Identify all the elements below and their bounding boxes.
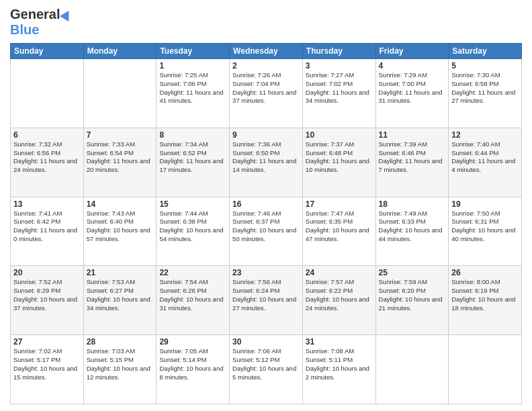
logo-triangle-icon	[60, 7, 74, 21]
calendar-cell: 9Sunrise: 7:36 AM Sunset: 6:50 PM Daylig…	[230, 128, 303, 197]
column-header-friday: Friday	[375, 44, 449, 59]
day-number: 25	[379, 268, 446, 277]
day-number: 3	[306, 61, 373, 71]
day-info: Sunrise: 7:33 AM Sunset: 6:54 PM Dayligh…	[87, 140, 154, 175]
calendar-cell: 31Sunrise: 7:08 AM Sunset: 5:11 PM Dayli…	[302, 335, 375, 404]
day-number: 22	[159, 268, 226, 277]
day-number: 31	[306, 337, 373, 347]
page: General Blue SundayMondayTuesdayWednesda…	[0, 0, 532, 411]
column-header-tuesday: Tuesday	[157, 44, 230, 59]
column-header-saturday: Saturday	[449, 44, 522, 59]
day-info: Sunrise: 7:03 AM Sunset: 5:15 PM Dayligh…	[87, 347, 154, 381]
day-info: Sunrise: 7:44 AM Sunset: 6:38 PM Dayligh…	[159, 210, 226, 244]
day-info: Sunrise: 7:30 AM Sunset: 6:58 PM Dayligh…	[451, 71, 519, 105]
day-number: 27	[13, 337, 81, 347]
day-number: 7	[87, 130, 154, 140]
day-number: 28	[87, 337, 154, 347]
day-number: 19	[451, 199, 519, 209]
day-info: Sunrise: 7:50 AM Sunset: 6:31 PM Dayligh…	[451, 210, 519, 244]
day-info: Sunrise: 7:29 AM Sunset: 7:00 PM Dayligh…	[379, 71, 446, 105]
calendar-table: SundayMondayTuesdayWednesdayThursdayFrid…	[10, 43, 522, 404]
calendar-cell: 18Sunrise: 7:49 AM Sunset: 6:33 PM Dayli…	[375, 197, 449, 266]
calendar-cell: 14Sunrise: 7:43 AM Sunset: 6:40 PM Dayli…	[83, 197, 157, 266]
day-number: 16	[232, 199, 300, 209]
day-number: 30	[232, 337, 300, 347]
calendar-cell: 23Sunrise: 7:56 AM Sunset: 6:24 PM Dayli…	[230, 266, 303, 335]
logo: General Blue	[10, 7, 72, 38]
day-info: Sunrise: 7:39 AM Sunset: 6:46 PM Dayligh…	[379, 140, 446, 175]
day-number: 1	[159, 61, 226, 71]
header: General Blue	[10, 7, 522, 38]
calendar-cell	[11, 59, 84, 128]
calendar-cell: 11Sunrise: 7:39 AM Sunset: 6:46 PM Dayli…	[375, 128, 449, 197]
calendar-header-row: SundayMondayTuesdayWednesdayThursdayFrid…	[11, 44, 522, 59]
calendar-cell: 6Sunrise: 7:32 AM Sunset: 6:56 PM Daylig…	[11, 128, 84, 197]
day-number: 6	[13, 130, 81, 140]
calendar-cell: 27Sunrise: 7:02 AM Sunset: 5:17 PM Dayli…	[11, 335, 84, 404]
calendar-week-2: 6Sunrise: 7:32 AM Sunset: 6:56 PM Daylig…	[11, 128, 522, 197]
calendar-cell: 19Sunrise: 7:50 AM Sunset: 6:31 PM Dayli…	[449, 197, 522, 266]
calendar-cell: 5Sunrise: 7:30 AM Sunset: 6:58 PM Daylig…	[449, 59, 522, 128]
day-info: Sunrise: 7:34 AM Sunset: 6:52 PM Dayligh…	[159, 140, 226, 175]
calendar-cell: 28Sunrise: 7:03 AM Sunset: 5:15 PM Dayli…	[83, 335, 157, 404]
calendar-cell: 16Sunrise: 7:46 AM Sunset: 6:37 PM Dayli…	[230, 197, 303, 266]
calendar-cell: 22Sunrise: 7:54 AM Sunset: 6:26 PM Dayli…	[157, 266, 230, 335]
calendar-cell: 24Sunrise: 7:57 AM Sunset: 6:22 PM Dayli…	[302, 266, 375, 335]
day-info: Sunrise: 7:59 AM Sunset: 6:20 PM Dayligh…	[379, 278, 446, 312]
day-number: 17	[306, 199, 373, 209]
day-info: Sunrise: 8:00 AM Sunset: 6:19 PM Dayligh…	[451, 278, 519, 312]
calendar-week-5: 27Sunrise: 7:02 AM Sunset: 5:17 PM Dayli…	[11, 335, 522, 404]
calendar-cell: 7Sunrise: 7:33 AM Sunset: 6:54 PM Daylig…	[83, 128, 157, 197]
day-info: Sunrise: 7:37 AM Sunset: 6:48 PM Dayligh…	[306, 140, 373, 175]
calendar-week-1: 1Sunrise: 7:25 AM Sunset: 7:06 PM Daylig…	[11, 59, 522, 128]
day-number: 23	[232, 268, 300, 277]
column-header-wednesday: Wednesday	[230, 44, 303, 59]
day-info: Sunrise: 7:57 AM Sunset: 6:22 PM Dayligh…	[306, 278, 373, 312]
day-info: Sunrise: 7:40 AM Sunset: 6:44 PM Dayligh…	[451, 140, 519, 175]
column-header-sunday: Sunday	[11, 44, 84, 59]
calendar-cell	[375, 335, 449, 404]
day-info: Sunrise: 7:53 AM Sunset: 6:27 PM Dayligh…	[87, 278, 154, 312]
day-info: Sunrise: 7:26 AM Sunset: 7:04 PM Dayligh…	[232, 71, 300, 105]
day-info: Sunrise: 7:46 AM Sunset: 6:37 PM Dayligh…	[232, 210, 300, 244]
day-number: 4	[379, 61, 446, 71]
day-info: Sunrise: 7:25 AM Sunset: 7:06 PM Dayligh…	[159, 71, 226, 105]
day-number: 15	[159, 199, 226, 209]
day-number: 12	[451, 130, 519, 140]
day-number: 5	[451, 61, 519, 71]
calendar-cell: 13Sunrise: 7:41 AM Sunset: 6:42 PM Dayli…	[11, 197, 84, 266]
day-number: 20	[13, 268, 81, 277]
day-info: Sunrise: 7:43 AM Sunset: 6:40 PM Dayligh…	[87, 210, 154, 244]
logo-general: General	[10, 7, 60, 22]
day-number: 2	[232, 61, 300, 71]
calendar-cell: 25Sunrise: 7:59 AM Sunset: 6:20 PM Dayli…	[375, 266, 449, 335]
day-number: 29	[159, 337, 226, 347]
day-number: 9	[232, 130, 300, 140]
calendar-week-3: 13Sunrise: 7:41 AM Sunset: 6:42 PM Dayli…	[11, 197, 522, 266]
calendar-cell: 21Sunrise: 7:53 AM Sunset: 6:27 PM Dayli…	[83, 266, 157, 335]
calendar-cell: 15Sunrise: 7:44 AM Sunset: 6:38 PM Dayli…	[157, 197, 230, 266]
day-number: 21	[87, 268, 154, 277]
day-info: Sunrise: 7:05 AM Sunset: 5:14 PM Dayligh…	[159, 347, 226, 381]
day-info: Sunrise: 7:32 AM Sunset: 6:56 PM Dayligh…	[13, 140, 81, 175]
calendar-week-4: 20Sunrise: 7:52 AM Sunset: 6:29 PM Dayli…	[11, 266, 522, 335]
calendar-cell	[83, 59, 157, 128]
calendar-cell: 17Sunrise: 7:47 AM Sunset: 6:35 PM Dayli…	[302, 197, 375, 266]
day-number: 8	[159, 130, 226, 140]
calendar-cell	[449, 335, 522, 404]
column-header-thursday: Thursday	[302, 44, 375, 59]
calendar-cell: 1Sunrise: 7:25 AM Sunset: 7:06 PM Daylig…	[157, 59, 230, 128]
day-number: 18	[379, 199, 446, 209]
day-info: Sunrise: 7:06 AM Sunset: 5:12 PM Dayligh…	[232, 347, 300, 381]
logo-blue: Blue	[10, 22, 39, 38]
day-info: Sunrise: 7:52 AM Sunset: 6:29 PM Dayligh…	[13, 278, 81, 312]
calendar-cell: 10Sunrise: 7:37 AM Sunset: 6:48 PM Dayli…	[302, 128, 375, 197]
day-info: Sunrise: 7:02 AM Sunset: 5:17 PM Dayligh…	[13, 347, 81, 381]
column-header-monday: Monday	[83, 44, 157, 59]
day-info: Sunrise: 7:08 AM Sunset: 5:11 PM Dayligh…	[306, 347, 373, 381]
calendar-cell: 20Sunrise: 7:52 AM Sunset: 6:29 PM Dayli…	[11, 266, 84, 335]
calendar-cell: 8Sunrise: 7:34 AM Sunset: 6:52 PM Daylig…	[157, 128, 230, 197]
day-info: Sunrise: 7:54 AM Sunset: 6:26 PM Dayligh…	[159, 278, 226, 312]
calendar-cell: 29Sunrise: 7:05 AM Sunset: 5:14 PM Dayli…	[157, 335, 230, 404]
day-info: Sunrise: 7:27 AM Sunset: 7:02 PM Dayligh…	[306, 71, 373, 105]
